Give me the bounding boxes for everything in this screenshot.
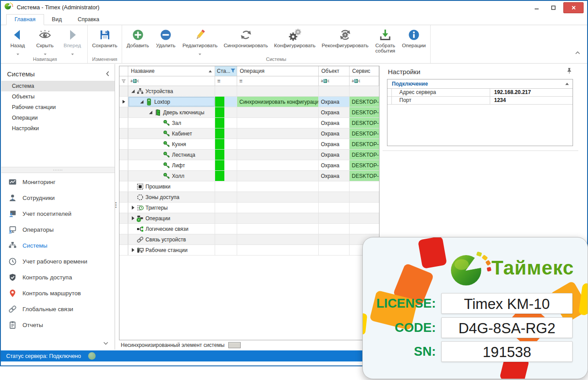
синхронизировать-button[interactable]: Синхронизировать [220, 25, 271, 48]
tree-item-кухня[interactable]: Кухня [128, 139, 215, 149]
table-row[interactable]: Операции [119, 213, 379, 224]
конфигурировать-button[interactable]: Конфигурировать [271, 25, 319, 48]
tree-item-связь-устройств[interactable]: Связь устройств [128, 234, 215, 245]
table-row[interactable]: Логические связи [119, 224, 379, 234]
column-header-operation[interactable]: Операция [237, 66, 319, 76]
status-cell [215, 203, 237, 213]
filter-cell-name[interactable]: abc [128, 76, 215, 86]
tree-item-лифт[interactable]: Лифт [128, 160, 215, 170]
операции-button[interactable]: Операции [399, 25, 429, 48]
nav-item-2[interactable]: Сотрудники [1, 190, 115, 206]
nav-item-4[interactable]: Операторы [1, 222, 115, 237]
table-row[interactable]: Устройства [119, 86, 379, 97]
table-row[interactable]: ЛестницаОхранаDESKTOP-... [119, 150, 379, 160]
object-cell: Охрана [319, 160, 350, 170]
property-value[interactable]: 1234 [490, 97, 506, 104]
tree-item-рабочие-станции[interactable]: Рабочие станции [128, 245, 215, 255]
sidebar-item-5[interactable]: Настройки [1, 123, 115, 134]
tree-item-холл[interactable]: Холл [128, 171, 215, 181]
tree-item-устройства[interactable]: Устройства [128, 86, 215, 96]
filter-funnel-icon[interactable] [231, 68, 235, 74]
table-row[interactable]: Триггеры [119, 203, 379, 213]
сохранить-button[interactable]: Сохранить [89, 25, 120, 48]
table-row[interactable]: Дверь ключницыОхранаDESKTOP-... [119, 107, 379, 118]
filter-cell-operation[interactable]: = [237, 76, 319, 86]
редактировать-button[interactable]: Редактировать [179, 25, 220, 51]
tree-item-дверь-ключницы[interactable]: Дверь ключницы [128, 107, 215, 117]
tree-item-прошивки[interactable]: Прошивки [128, 181, 215, 192]
sidebar-overflow-button[interactable] [103, 339, 108, 347]
status-green-block [215, 128, 224, 139]
expander-open-icon[interactable] [148, 110, 153, 115]
filter-cell-status[interactable]: = [215, 76, 237, 86]
close-button[interactable] [563, 2, 584, 13]
filter-cell-service[interactable]: abc [350, 76, 379, 86]
table-row[interactable]: ЗалОхранаDESKTOP-... [119, 118, 379, 128]
filter-cell-object[interactable]: abc [319, 76, 350, 86]
nav-item-7[interactable]: Контроль доступа [1, 269, 115, 285]
table-row[interactable]: Рабочие станции [119, 245, 379, 256]
sidebar-item-1[interactable]: Система [1, 81, 115, 91]
column-header-status[interactable]: Ста... [215, 66, 237, 76]
dropdown-arrow-icon [198, 49, 201, 51]
sidebar-collapse-button[interactable] [106, 70, 109, 78]
nav-item-10[interactable]: Отчеты [1, 317, 115, 333]
ribbon-button-label: Удалить [156, 43, 175, 48]
panel-splitter-handle[interactable]: ••• [115, 202, 118, 208]
tree-item-триггеры[interactable]: Триггеры [128, 203, 215, 213]
nav-item-8[interactable]: Контроль маршрутов [1, 285, 115, 301]
добавить-button[interactable]: Добавить [123, 25, 152, 48]
expander-closed-icon[interactable] [130, 248, 135, 252]
table-row[interactable]: Зоны доступа [119, 192, 379, 203]
column-header-name[interactable]: Название [128, 66, 215, 76]
tree-item-зал[interactable]: Зал [128, 118, 215, 128]
table-row[interactable]: КабинетОхранаDESKTOP-... [119, 128, 379, 139]
tree-item-loxtop[interactable]: Loxtop [128, 97, 215, 107]
expander-closed-icon[interactable] [130, 216, 135, 221]
скрыть-button[interactable]: Скрыть [31, 25, 59, 51]
sidebar-item-3[interactable]: Рабочие станции [1, 102, 115, 113]
property-category[interactable]: Подключение [387, 79, 573, 89]
property-value[interactable]: 192.168.20.217 [490, 89, 531, 96]
app-logo-icon [4, 2, 13, 11]
column-header-service[interactable]: Сервис [350, 66, 379, 76]
sidebar-splitter[interactable]: ...... [1, 167, 115, 173]
sidebar-item-2[interactable]: Объекты [1, 91, 115, 102]
tree-item-зоны-доступа[interactable]: Зоны доступа [128, 192, 215, 202]
status-cell [215, 139, 237, 149]
filter-edit-icon[interactable] [119, 76, 128, 86]
minimize-button[interactable] [530, 3, 543, 13]
ribbon-collapse-button[interactable] [575, 48, 580, 56]
pin-icon[interactable] [566, 68, 572, 75]
собрать-события-button[interactable]: Собрать события [372, 25, 399, 53]
nav-item-3[interactable]: Учет посетителей [1, 206, 115, 222]
nav-item-9[interactable]: Глобальные связи [1, 301, 115, 317]
object-cell [319, 245, 350, 255]
tree-item-логические-связи[interactable]: Логические связи [128, 224, 215, 234]
nav-item-6[interactable]: Учет рабочего времени [1, 253, 115, 269]
nav-item-5[interactable]: Системы [1, 237, 115, 253]
table-row[interactable]: КухняОхранаDESKTOP-... [119, 139, 379, 150]
table-row[interactable]: LoxtopСинхронизировать конфигурациюОхран… [119, 97, 379, 107]
удалить-button[interactable]: Удалить [152, 25, 179, 48]
object-cell [319, 181, 350, 192]
tree-item-операции[interactable]: Операции [128, 213, 215, 223]
table-row[interactable]: ХоллОхранаDESKTOP-... [119, 171, 379, 181]
tab-справка[interactable]: Справка [70, 15, 107, 25]
tab-главная[interactable]: Главная [6, 14, 44, 25]
expander-open-icon[interactable] [139, 99, 144, 104]
expander-open-icon[interactable] [130, 89, 135, 94]
назад-button[interactable]: Назад [4, 25, 31, 51]
sidebar-item-4[interactable]: Операции [1, 113, 115, 123]
tree-item-кабинет[interactable]: Кабинет [128, 128, 215, 139]
nav-item-1[interactable]: Мониторинг [1, 174, 115, 190]
tree-item-лестница[interactable]: Лестница [128, 150, 215, 160]
реконфигурировать-button[interactable]: Реконфигурировать [319, 25, 372, 48]
tab-вид[interactable]: Вид [44, 15, 70, 25]
table-row[interactable]: ЛифтОхранаDESKTOP-... [119, 160, 379, 171]
maximize-button[interactable] [547, 3, 560, 13]
column-header-object[interactable]: Объект [319, 66, 350, 76]
table-row[interactable]: Прошивки [119, 181, 379, 192]
expander-closed-icon[interactable] [130, 205, 135, 210]
table-row[interactable]: Связь устройств [119, 234, 379, 245]
